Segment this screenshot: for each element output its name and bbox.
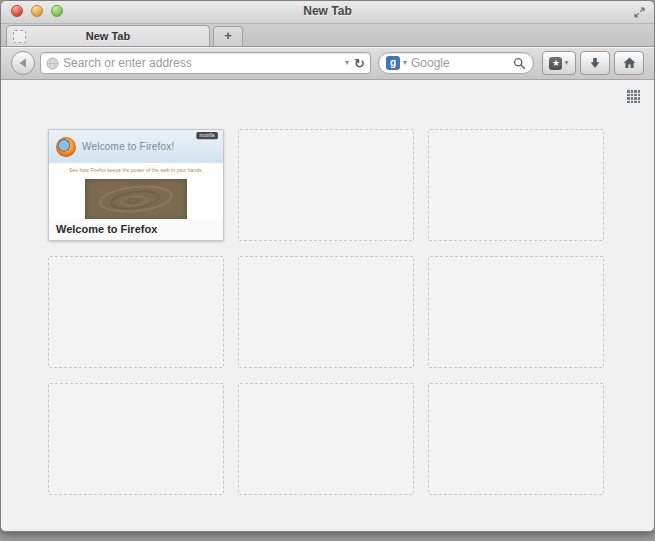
minimize-button[interactable] bbox=[31, 5, 43, 17]
grid-toggle-icon[interactable] bbox=[627, 90, 640, 103]
firefox-logo-icon bbox=[56, 137, 76, 157]
thumbnail-heading: Welcome to Firefox! bbox=[82, 141, 175, 152]
url-bar[interactable]: ▾ ↻ bbox=[40, 52, 371, 74]
empty-tile bbox=[238, 129, 414, 241]
downloads-button[interactable] bbox=[580, 51, 610, 75]
reload-icon[interactable]: ↻ bbox=[354, 57, 365, 70]
mozilla-badge: mozilla bbox=[197, 132, 218, 139]
back-arrow-icon bbox=[19, 58, 27, 68]
tab-new-tab[interactable]: New Tab bbox=[6, 25, 210, 46]
empty-tile bbox=[48, 256, 224, 368]
globe-icon bbox=[46, 57, 59, 70]
new-tab-button[interactable]: + bbox=[213, 26, 243, 46]
star-icon: ★ bbox=[549, 57, 562, 70]
navigation-toolbar: ▾ ↻ g ▾ ★ ▾ bbox=[1, 47, 654, 80]
empty-tile bbox=[428, 129, 604, 241]
welcome-tile[interactable]: Welcome to Firefox! mozilla See how Fire… bbox=[48, 129, 224, 241]
sand-swirl-image bbox=[85, 179, 187, 220]
bookmarks-dropdown-icon: ▾ bbox=[564, 59, 568, 67]
zoom-button[interactable] bbox=[51, 5, 63, 17]
url-dropdown-icon[interactable]: ▾ bbox=[345, 59, 349, 67]
video-thumbnail bbox=[85, 179, 187, 220]
browser-window: New Tab New Tab + ▾ ↻ bbox=[0, 0, 655, 532]
tile-grid: Welcome to Firefox! mozilla See how Fire… bbox=[48, 129, 604, 495]
download-icon bbox=[589, 57, 601, 69]
tab-label: New Tab bbox=[7, 30, 209, 42]
google-engine-icon[interactable]: g bbox=[386, 56, 400, 70]
title-bar[interactable]: New Tab bbox=[1, 1, 654, 24]
bookmarks-button[interactable]: ★ ▾ bbox=[542, 51, 576, 75]
search-bar[interactable]: g ▾ bbox=[378, 52, 534, 74]
empty-tile bbox=[238, 256, 414, 368]
empty-tile bbox=[48, 383, 224, 495]
fullscreen-icon[interactable] bbox=[634, 7, 645, 18]
tab-bar: New Tab + bbox=[1, 24, 654, 47]
plus-icon: + bbox=[224, 28, 232, 43]
window-controls bbox=[11, 5, 63, 17]
url-input[interactable] bbox=[59, 56, 345, 70]
window-title: New Tab bbox=[1, 1, 654, 22]
thumbnail-tagline: See how Firefox keeps the power of the w… bbox=[62, 167, 210, 172]
back-button[interactable] bbox=[11, 51, 35, 75]
search-input[interactable] bbox=[407, 56, 513, 70]
search-icon[interactable] bbox=[513, 57, 526, 70]
home-icon bbox=[623, 57, 636, 69]
empty-tile bbox=[238, 383, 414, 495]
tile-title: Welcome to Firefox bbox=[49, 219, 223, 240]
close-button[interactable] bbox=[11, 5, 23, 17]
empty-tile bbox=[428, 256, 604, 368]
empty-tile bbox=[428, 383, 604, 495]
home-button[interactable] bbox=[614, 51, 644, 75]
new-tab-page: Welcome to Firefox! mozilla See how Fire… bbox=[1, 80, 654, 532]
